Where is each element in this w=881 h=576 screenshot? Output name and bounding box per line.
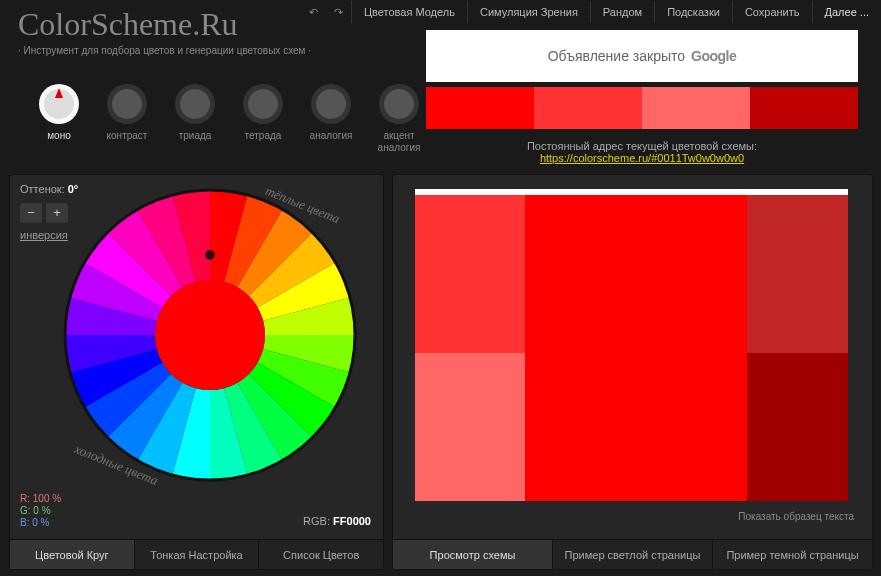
preview-area bbox=[415, 189, 848, 501]
hue-handle[interactable] bbox=[205, 250, 215, 260]
rgb-r: R: 100 % bbox=[20, 493, 61, 505]
scheme-mono[interactable]: моно bbox=[36, 84, 82, 154]
scheme-label: триада bbox=[179, 130, 212, 142]
tab-color-wheel[interactable]: Цветовой Круг bbox=[10, 540, 135, 569]
color-wheel[interactable]: тёплые цвета холодные цвета bbox=[60, 185, 360, 485]
swatch-2[interactable] bbox=[534, 87, 642, 129]
scheme-label: аналогия bbox=[310, 130, 353, 142]
scheme-tetrad[interactable]: тетрада bbox=[240, 84, 286, 154]
hue-minus-button[interactable]: − bbox=[20, 203, 42, 223]
google-logo: Google bbox=[691, 48, 736, 64]
tab-color-list[interactable]: Список Цветов bbox=[259, 540, 383, 569]
menu-random[interactable]: Рандом bbox=[590, 1, 654, 23]
rgb-label: RGB: bbox=[303, 515, 330, 527]
ad-banner: Объявление закрыто Google bbox=[426, 30, 858, 82]
rgb-percent: R: 100 % G: 0 % B: 0 % bbox=[20, 493, 61, 529]
menu-save[interactable]: Сохранить bbox=[732, 1, 812, 23]
rgb-g: G: 0 % bbox=[20, 505, 61, 517]
scheme-label: контраст bbox=[107, 130, 148, 142]
swatch-4[interactable] bbox=[750, 87, 858, 129]
preview-cell-6[interactable] bbox=[747, 353, 848, 501]
header: ColorScheme.Ru · Инструмент для подбора … bbox=[18, 6, 311, 56]
menu-color-model[interactable]: Цветовая Модель bbox=[351, 1, 467, 23]
tab-preview[interactable]: Просмотр схемы bbox=[393, 540, 553, 569]
swatch-1[interactable] bbox=[426, 87, 534, 129]
menu-next[interactable]: Далее ... bbox=[812, 1, 881, 23]
scheme-label: тетрада bbox=[245, 130, 282, 142]
scheme-label: акцент аналогия bbox=[378, 130, 421, 154]
redo-icon[interactable]: ↷ bbox=[326, 2, 351, 23]
scheme-row: моно контраст триада тетрада аналогия ак… bbox=[36, 84, 422, 154]
swatch-row bbox=[426, 87, 858, 129]
right-panel: Показать образец текста Просмотр схемы П… bbox=[392, 174, 873, 570]
subtitle: · Инструмент для подбора цветов и генера… bbox=[18, 45, 311, 56]
rgb-b: B: 0 % bbox=[20, 517, 61, 529]
scheme-contrast[interactable]: контраст bbox=[104, 84, 150, 154]
scheme-triad[interactable]: триада bbox=[172, 84, 218, 154]
tab-light-page[interactable]: Пример светлой страницы bbox=[553, 540, 713, 569]
rgb-hex: FF0000 bbox=[333, 515, 371, 527]
left-tabs: Цветовой Круг Тонкая Настройка Список Цв… bbox=[10, 539, 383, 569]
preview-cell-4[interactable] bbox=[415, 353, 525, 501]
left-panel: Оттенок: 0° − + инверсия тёплые цвета хо… bbox=[9, 174, 384, 570]
preview-cell-1[interactable] bbox=[415, 195, 525, 353]
tab-dark-page[interactable]: Пример темной страницы bbox=[713, 540, 872, 569]
rgb-code: RGB: FF0000 bbox=[303, 515, 371, 527]
top-menu: ↶ ↷ Цветовая Модель Симуляция Зрения Ран… bbox=[301, 0, 881, 24]
scheme-analog[interactable]: аналогия bbox=[308, 84, 354, 154]
swatch-3[interactable] bbox=[642, 87, 750, 129]
permalink-label: Постоянный адрес текущей цветовой схемы: bbox=[426, 140, 858, 152]
menu-vision-sim[interactable]: Симуляция Зрения bbox=[467, 1, 590, 23]
svg-point-0 bbox=[155, 280, 265, 390]
preview-cell-3[interactable] bbox=[747, 195, 848, 353]
permalink-url[interactable]: https://colorscheme.ru/#0011Tw0w0w0w0 bbox=[540, 152, 744, 164]
preview-cell-2[interactable] bbox=[525, 195, 747, 353]
logo: ColorScheme.Ru bbox=[18, 6, 311, 43]
scheme-accent-analog[interactable]: акцент аналогия bbox=[376, 84, 422, 154]
show-sample-text-link[interactable]: Показать образец текста bbox=[738, 511, 854, 522]
scheme-label: моно bbox=[47, 130, 71, 142]
ad-text: Объявление закрыто bbox=[548, 48, 685, 64]
right-tabs: Просмотр схемы Пример светлой страницы П… bbox=[393, 539, 872, 569]
tab-fine-tune[interactable]: Тонкая Настройка bbox=[135, 540, 260, 569]
hue-text: Оттенок: bbox=[20, 183, 65, 195]
permalink-block: Постоянный адрес текущей цветовой схемы:… bbox=[426, 140, 858, 164]
menu-hints[interactable]: Подсказки bbox=[654, 1, 732, 23]
preview-cell-5[interactable] bbox=[525, 353, 747, 501]
